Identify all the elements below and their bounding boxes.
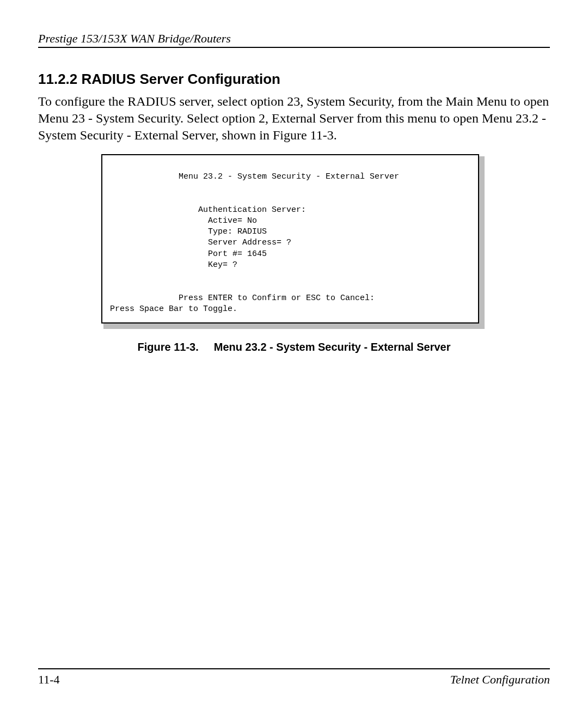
figure-container: Menu 23.2 - System Security - External S…	[103, 156, 485, 354]
footer-rule	[38, 668, 550, 669]
menu-address-line: Server Address= ?	[110, 238, 291, 247]
section-paragraph: To configure the RADIUS server, select o…	[38, 93, 550, 144]
menu-auth-header: Authentication Server:	[110, 205, 306, 215]
document-page: Prestige 153/153X WAN Bridge/Routers 11.…	[0, 0, 588, 714]
menu-key-line: Key= ?	[110, 260, 237, 270]
section-heading: 11.2.2 RADIUS Server Configuration	[38, 71, 550, 88]
running-header-text: Prestige 153/153X WAN Bridge/Routers	[38, 32, 231, 45]
menu-title-line: Menu 23.2 - System Security - External S…	[110, 172, 399, 181]
menu-confirm-line: Press ENTER to Confirm or ESC to Cancel:	[110, 294, 375, 303]
menu-box-shadow: Menu 23.2 - System Security - External S…	[103, 156, 485, 329]
page-footer: 11-4 Telnet Configuration	[38, 668, 550, 687]
menu-toggle-line: Press Space Bar to Toggle.	[110, 304, 237, 314]
footer-chapter-title: Telnet Configuration	[450, 673, 550, 687]
footer-row: 11-4 Telnet Configuration	[38, 673, 550, 687]
menu-type-line: Type: RADIUS	[110, 227, 267, 236]
page-header: Prestige 153/153X WAN Bridge/Routers	[38, 32, 550, 48]
menu-port-line: Port #= 1645	[110, 249, 267, 259]
figure-caption-text: Menu 23.2 - System Security - External S…	[214, 341, 451, 353]
footer-page-number: 11-4	[38, 673, 60, 687]
menu-box: Menu 23.2 - System Security - External S…	[101, 154, 479, 324]
menu-active-line: Active= No	[110, 216, 257, 225]
figure-number: Figure 11-3.	[138, 341, 199, 353]
figure-caption: Figure 11-3.Menu 23.2 - System Security …	[103, 341, 485, 353]
